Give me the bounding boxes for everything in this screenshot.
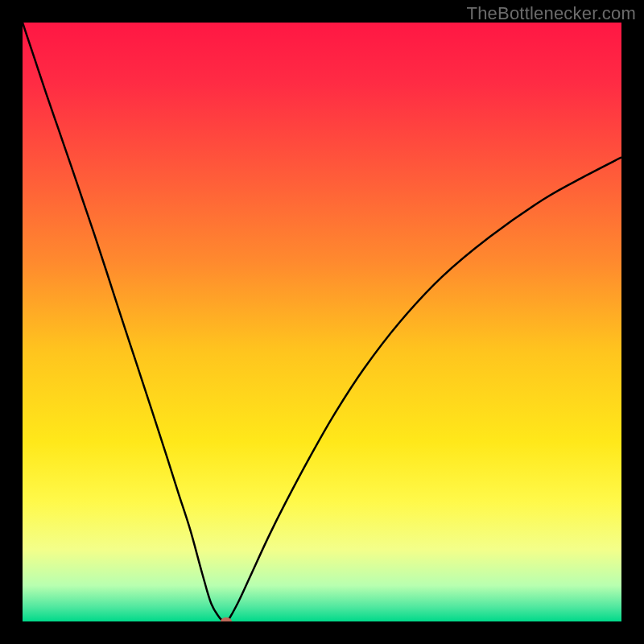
bottleneck-chart [23, 23, 621, 621]
attribution-text: TheBottlenecker.com [467, 3, 636, 24]
chart-container [23, 23, 621, 621]
gradient-background [23, 23, 621, 621]
